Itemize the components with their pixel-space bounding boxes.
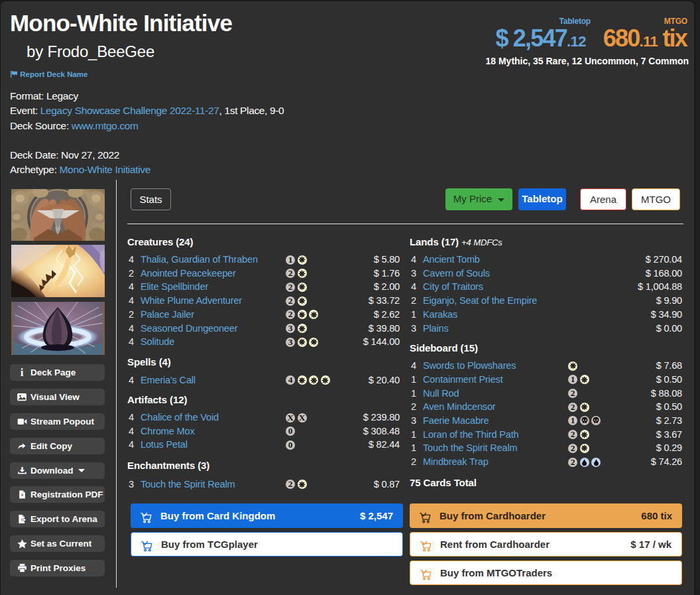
svg-text:A: A (21, 494, 23, 497)
